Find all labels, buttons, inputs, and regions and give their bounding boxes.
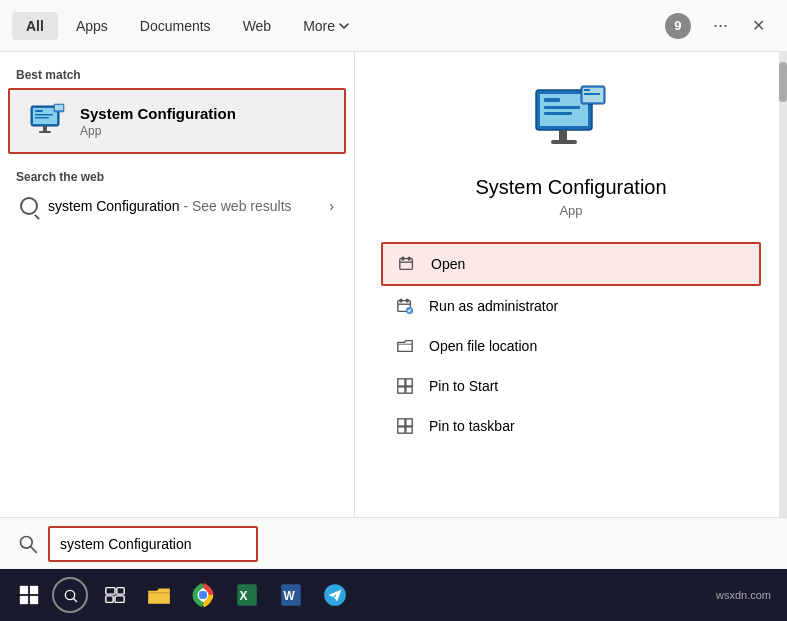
svg-line-36 — [31, 546, 36, 551]
app-icon-box — [26, 100, 68, 142]
svg-rect-15 — [551, 140, 577, 144]
web-search-icon — [20, 197, 38, 215]
svg-rect-32 — [406, 419, 412, 426]
main-content: Best match — [0, 52, 787, 517]
close-button[interactable]: ✕ — [742, 12, 775, 39]
system-config-icon — [28, 102, 66, 140]
file-explorer-button[interactable] — [138, 574, 180, 616]
word-button[interactable]: W — [270, 574, 312, 616]
svg-rect-38 — [30, 586, 38, 594]
svg-rect-2 — [35, 110, 43, 112]
svg-rect-30 — [406, 387, 412, 393]
svg-rect-3 — [35, 114, 53, 116]
svg-rect-45 — [106, 596, 113, 602]
open-label: Open — [431, 256, 465, 272]
bottom-search-icon — [14, 530, 42, 558]
folder-icon — [395, 336, 415, 356]
svg-rect-39 — [20, 596, 28, 604]
svg-rect-44 — [117, 588, 124, 594]
right-scrollbar[interactable] — [779, 52, 787, 517]
bottom-search-bar: system Configuration — [0, 517, 787, 569]
pin-taskbar-label: Pin to taskbar — [429, 418, 515, 434]
run-admin-label: Run as administrator — [429, 298, 558, 314]
best-match-text: System Configuration App — [80, 105, 236, 138]
chevron-down-icon — [339, 21, 349, 31]
open-location-label: Open file location — [429, 338, 537, 354]
open-icon — [397, 254, 417, 274]
svg-rect-21 — [402, 257, 405, 261]
watermark: wsxdn.com — [716, 589, 771, 601]
svg-rect-4 — [35, 117, 49, 119]
svg-rect-40 — [30, 596, 38, 604]
tab-web[interactable]: Web — [229, 12, 286, 40]
svg-rect-27 — [398, 379, 405, 386]
svg-rect-13 — [544, 112, 572, 115]
svg-rect-11 — [544, 98, 560, 102]
svg-rect-24 — [400, 299, 403, 303]
search-web-text: system Configuration - See web results — [48, 198, 292, 214]
action-run-admin[interactable]: Run as administrator — [381, 286, 761, 326]
svg-rect-5 — [43, 126, 47, 131]
search-panel: All Apps Documents Web More 9 ··· ✕ Best… — [0, 0, 787, 621]
action-pin-taskbar[interactable]: Pin to taskbar — [381, 406, 761, 446]
more-options-button[interactable]: ··· — [703, 11, 738, 40]
svg-rect-29 — [398, 387, 405, 393]
excel-button[interactable]: X — [226, 574, 268, 616]
task-view-button[interactable] — [94, 574, 136, 616]
admin-icon — [395, 296, 415, 316]
pin-start-icon — [395, 376, 415, 396]
svg-rect-43 — [106, 588, 115, 594]
svg-rect-31 — [398, 419, 405, 426]
svg-rect-18 — [584, 89, 590, 91]
telegram-button[interactable] — [314, 574, 356, 616]
pin-start-label: Pin to Start — [429, 378, 498, 394]
app-detail-sub: App — [559, 203, 582, 218]
svg-text:X: X — [239, 589, 247, 603]
app-detail-title: System Configuration — [475, 176, 666, 199]
action-list: Open Run as administrato — [381, 242, 761, 446]
pin-taskbar-icon — [395, 416, 415, 436]
taskbar-search-circle[interactable] — [52, 577, 88, 613]
svg-line-42 — [73, 598, 76, 601]
result-count-badge: 9 — [665, 13, 691, 39]
svg-rect-6 — [39, 131, 51, 133]
svg-rect-33 — [398, 427, 405, 433]
chrome-button[interactable] — [182, 574, 224, 616]
svg-rect-12 — [544, 106, 580, 109]
best-match-label: Best match — [0, 64, 354, 88]
svg-rect-22 — [408, 257, 411, 261]
search-input-text: system Configuration — [60, 536, 192, 552]
search-web-item[interactable]: system Configuration - See web results › — [16, 190, 338, 222]
best-match-title: System Configuration — [80, 105, 236, 122]
svg-rect-19 — [584, 93, 600, 95]
best-match-sub: App — [80, 124, 236, 138]
search-web-section: Search the web system Configuration - Se… — [0, 166, 354, 226]
tabs-bar: All Apps Documents Web More 9 ··· ✕ — [0, 0, 787, 52]
right-panel: System Configuration App Open — [355, 52, 787, 517]
windows-start-button[interactable] — [8, 574, 50, 616]
app-detail-icon — [531, 82, 611, 162]
tab-apps[interactable]: Apps — [62, 12, 122, 40]
tab-more[interactable]: More — [289, 12, 363, 40]
svg-rect-28 — [406, 379, 412, 386]
svg-rect-37 — [20, 586, 28, 594]
action-pin-start[interactable]: Pin to Start — [381, 366, 761, 406]
tab-all[interactable]: All — [12, 12, 58, 40]
svg-text:W: W — [283, 589, 295, 603]
svg-rect-14 — [559, 130, 567, 140]
action-open[interactable]: Open — [381, 242, 761, 286]
svg-rect-25 — [406, 299, 409, 303]
tab-documents[interactable]: Documents — [126, 12, 225, 40]
taskbar: X W wsxdn.com — [0, 569, 787, 621]
search-input-box[interactable]: system Configuration — [48, 526, 258, 562]
app-detail-icon-svg — [531, 82, 611, 162]
svg-point-49 — [199, 591, 207, 599]
svg-rect-8 — [55, 105, 63, 110]
scrollbar-thumb[interactable] — [779, 62, 787, 102]
svg-rect-46 — [115, 596, 124, 602]
svg-rect-34 — [406, 427, 412, 433]
search-web-label: Search the web — [16, 170, 338, 184]
best-match-item[interactable]: System Configuration App — [8, 88, 346, 154]
action-open-location[interactable]: Open file location — [381, 326, 761, 366]
search-web-chevron-icon: › — [329, 198, 334, 214]
